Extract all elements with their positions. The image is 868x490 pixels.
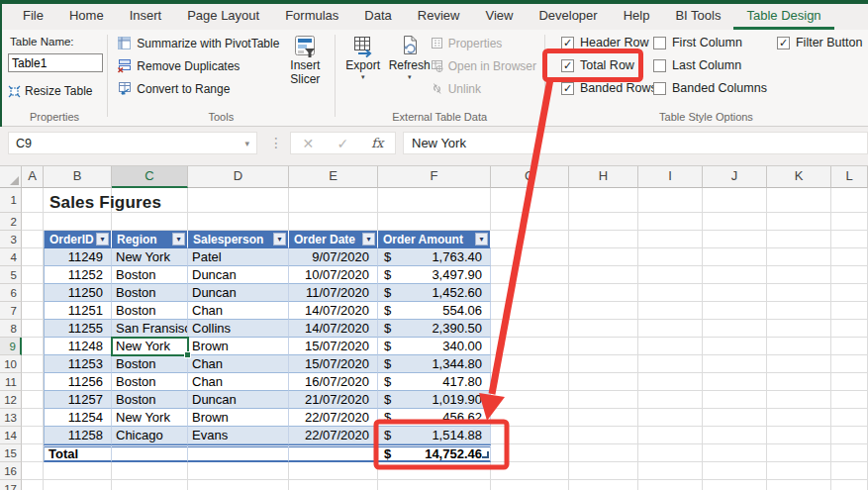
cell-K10[interactable] [767,355,831,373]
cell-F10[interactable]: $1,344.80 [378,355,491,373]
filter-button-orderid[interactable]: ▾ [96,233,109,245]
cell-D17[interactable] [188,480,289,490]
cell-L7[interactable] [831,302,868,320]
column-header-F[interactable]: F [378,166,491,188]
cell-D6[interactable]: Duncan [188,284,289,302]
cell-L13[interactable] [831,409,868,427]
cell-B13[interactable]: 11254 [44,409,112,427]
tab-table-design[interactable]: Table Design [733,4,833,30]
cell-H15[interactable] [569,444,638,462]
column-header-G[interactable]: G [491,166,569,188]
cell-L12[interactable] [831,391,868,409]
cell-J17[interactable] [703,480,767,490]
tab-file[interactable]: File [10,4,56,30]
row-header-7[interactable]: 7 [0,302,22,320]
cell-F16[interactable] [378,462,491,480]
cell-C9[interactable]: New York [112,338,188,355]
cell-G11[interactable] [491,373,569,391]
cell-I16[interactable] [638,462,703,480]
cell-E14[interactable]: 22/07/2020 [289,427,378,444]
cell-K14[interactable] [767,427,831,444]
cell-J14[interactable] [703,427,767,444]
cell-B10[interactable]: 11253 [44,355,112,373]
cell-A2[interactable] [22,213,44,231]
cell-J8[interactable] [703,320,767,338]
insert-slicer-button[interactable]: Insert Slicer [279,35,331,86]
cell-D14[interactable]: Evans [188,427,289,444]
cell-B9[interactable]: 11248 [44,338,112,355]
checkbox-box-header-row[interactable]: ✓ [561,37,574,49]
resize-table-button[interactable]: Resize Table [8,84,92,98]
filter-button-order-amount[interactable]: ▾ [475,233,488,245]
checkbox-filter-button[interactable]: ✓Filter Button [777,36,862,49]
cell-B3[interactable]: OrderID▾ [44,231,112,248]
cell-L5[interactable] [831,266,868,284]
cell-B6[interactable]: 11250 [44,284,112,302]
cell-G2[interactable] [491,213,569,231]
cell-A4[interactable] [22,248,44,266]
cell-C8[interactable]: San Fransisco [112,320,188,338]
cell-A1[interactable] [22,188,44,213]
checkbox-box-first-column[interactable] [653,37,666,49]
cell-E3[interactable]: Order Date▾ [289,231,378,248]
cell-H9[interactable] [569,338,638,355]
formula-bar-resize-handle[interactable]: ⋮ [269,136,283,149]
cell-L9[interactable] [831,338,868,355]
row-header-11[interactable]: 11 [0,373,22,391]
cell-G1[interactable] [491,188,569,213]
cell-C4[interactable]: New York [112,248,188,266]
select-all-button[interactable] [0,166,22,188]
cell-L1[interactable] [831,188,868,213]
cell-C11[interactable]: Boston [112,373,188,391]
cell-E9[interactable]: 15/07/2020 [289,338,378,355]
cell-I10[interactable] [638,355,703,373]
cell-C16[interactable] [112,462,188,480]
cell-K16[interactable] [767,462,831,480]
cell-C14[interactable]: Chicago [112,427,188,444]
cell-C15[interactable] [112,444,188,462]
cell-L3[interactable] [831,231,868,248]
cell-I1[interactable] [638,188,703,213]
cell-C6[interactable]: Boston [112,284,188,302]
tab-home[interactable]: Home [56,4,117,30]
cell-I8[interactable] [638,320,703,338]
cell-F13[interactable]: $456.62 [378,409,491,427]
cell-A3[interactable] [22,231,44,248]
cell-L2[interactable] [831,213,868,231]
cell-F9[interactable]: $340.00 [378,338,491,355]
cell-I17[interactable] [638,480,703,490]
cell-J3[interactable] [703,231,767,248]
cell-G8[interactable] [491,320,569,338]
cell-C17[interactable] [112,480,188,490]
cell-D9[interactable]: Brown [188,338,289,355]
cell-K8[interactable] [767,320,831,338]
cell-G17[interactable] [491,480,569,490]
cell-B8[interactable]: 11255 [44,320,112,338]
row-header-15[interactable]: 15 [0,444,22,462]
cell-G3[interactable] [491,231,569,248]
cell-K2[interactable] [767,213,831,231]
cell-L6[interactable] [831,284,868,302]
cell-F2[interactable] [378,213,491,231]
cell-A13[interactable] [22,409,44,427]
cell-K6[interactable] [767,284,831,302]
cell-H7[interactable] [569,302,638,320]
cell-J11[interactable] [703,373,767,391]
name-box-dropdown-icon[interactable]: ▾ [244,139,256,148]
column-header-A[interactable]: A [22,166,44,188]
cell-K15[interactable] [767,444,831,462]
table-resize-handle[interactable] [482,451,489,458]
checkbox-last-column[interactable]: Last Column [653,58,767,72]
cell-F1[interactable] [378,188,491,213]
cell-L17[interactable] [831,480,868,490]
row-header-1[interactable]: 1 [0,188,22,213]
cell-A16[interactable] [22,462,44,480]
tab-bi-tools[interactable]: BI Tools [662,4,733,30]
cell-I11[interactable] [638,373,703,391]
cell-E2[interactable] [289,213,378,231]
cell-B17[interactable] [44,480,112,490]
cell-C2[interactable] [112,213,188,231]
cell-J1[interactable] [703,188,767,213]
filter-button-order-date[interactable]: ▾ [362,233,375,245]
cell-L8[interactable] [831,320,868,338]
